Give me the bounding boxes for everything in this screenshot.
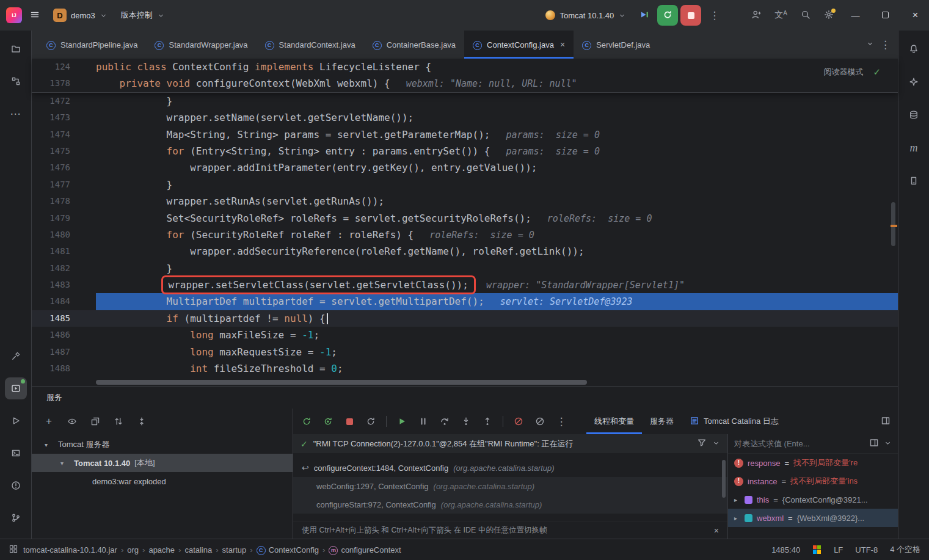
more-icon[interactable]: ⋯	[5, 103, 27, 125]
line-number[interactable]: 1472	[32, 93, 96, 109]
reader-mode-widget[interactable]: 阅读器模式 ✓	[823, 67, 881, 78]
run-icon[interactable]	[5, 410, 27, 432]
services-tool-window-title[interactable]: 服务	[46, 392, 62, 403]
stack-frame[interactable]: ↩configureContext:1484, ContextConfig (o…	[293, 459, 727, 477]
line-number[interactable]: 1479	[32, 210, 96, 227]
resume-program-button[interactable]	[634, 5, 655, 26]
chevron-right-icon[interactable]: ▸	[734, 496, 740, 503]
evaluate-expression-input[interactable]: 对表达式求值 (Ente...	[734, 438, 864, 449]
debug-rerun-icon[interactable]	[322, 415, 334, 427]
stack-frame[interactable]: webConfig:1297, ContextConfig (org.apach…	[293, 477, 727, 495]
run-configuration-selector[interactable]: Tomcat 10.1.40	[540, 5, 632, 26]
tree-item[interactable]: ▾Tomcat 服务器	[32, 435, 293, 454]
horizontal-scrollbar[interactable]	[96, 380, 587, 385]
evaluate-expression-row[interactable]: 对表达式求值 (Ente...	[728, 434, 898, 454]
vertical-scrollbar[interactable]	[891, 202, 895, 246]
thread-chevron-icon[interactable]	[712, 439, 720, 449]
breadcrumb-item[interactable]: apache	[148, 545, 175, 555]
search-everywhere-button[interactable]	[795, 5, 816, 26]
kebab-icon[interactable]: ⋮	[555, 415, 567, 427]
open-new-tab-icon[interactable]	[89, 415, 101, 427]
editor-tab[interactable]: CStandardPipeline.java	[38, 31, 146, 59]
project-selector[interactable]: D demo3	[48, 5, 113, 26]
editor-tab[interactable]: CStandardContext.java	[257, 31, 364, 59]
main-menu-button[interactable]	[24, 5, 45, 26]
dismiss-hint-icon[interactable]: ×	[714, 526, 719, 536]
restart-debug-button[interactable]	[657, 5, 678, 26]
more-run-actions-button[interactable]: ⋮	[704, 5, 725, 26]
layout-settings-button[interactable]	[881, 416, 891, 427]
maximize-button[interactable]	[872, 0, 899, 31]
line-number[interactable]: 1478	[32, 193, 96, 209]
mute-breakpoints-icon[interactable]	[534, 415, 546, 427]
translate-button[interactable]: 文A	[769, 5, 793, 26]
view-breakpoints-icon[interactable]	[512, 415, 525, 427]
folder-icon[interactable]	[5, 38, 27, 60]
stop-button[interactable]	[680, 5, 701, 26]
line-number[interactable]: 1486	[32, 327, 96, 343]
frames-scrollbar[interactable]	[722, 460, 726, 498]
line-number[interactable]: 1473	[32, 109, 96, 126]
indent-widget[interactable]: 4 个空格	[890, 544, 920, 555]
code-editor[interactable]: 阅读器模式 ✓ 124public class ContextConfig im…	[32, 59, 898, 386]
close-tab-icon[interactable]: ×	[560, 40, 565, 49]
vcs-widget[interactable]: 版本控制	[115, 5, 170, 26]
line-number[interactable]: 124	[32, 59, 96, 75]
stack-frame[interactable]: configureStart:972, ContextConfig (org.a…	[293, 495, 727, 514]
editor-tab[interactable]: CStandardWrapper.java	[146, 31, 256, 59]
line-number[interactable]: 1484	[32, 293, 96, 310]
line-number[interactable]: 1487	[32, 344, 96, 360]
sort-icon[interactable]	[112, 415, 125, 427]
evaluate-chevron-icon[interactable]	[884, 439, 892, 449]
line-number[interactable]: 1476	[32, 159, 96, 176]
line-number[interactable]: 1483	[32, 277, 96, 293]
editor-tab[interactable]: CContainerBase.java	[364, 31, 464, 59]
windows-colors-icon[interactable]	[812, 545, 822, 555]
services-icon[interactable]	[5, 377, 27, 399]
tab-options-kebab-icon[interactable]: ⋮	[880, 40, 891, 50]
debug-tab[interactable]: 服务器	[642, 409, 682, 434]
code-area[interactable]: 1472 }1473 wrapper.setName(servlet.getSe…	[32, 93, 898, 386]
variable-row[interactable]: ▸this = {ContextConfig@3921...	[728, 490, 898, 509]
device-icon[interactable]	[903, 170, 925, 192]
editor-tab[interactable]: CContextConfig.java×	[464, 31, 574, 59]
watch-options-icon[interactable]	[869, 438, 879, 449]
structure-icon[interactable]	[5, 70, 27, 92]
database-icon[interactable]	[903, 104, 925, 126]
code-with-me-button[interactable]	[746, 5, 767, 26]
caret-position[interactable]: 1485:40	[771, 545, 800, 555]
close-window-button[interactable]: ×	[902, 0, 929, 31]
variable-row[interactable]: !response = 找不到局部变量're	[728, 454, 898, 472]
line-number[interactable]: 1488	[32, 360, 96, 377]
line-number[interactable]: 1475	[32, 143, 96, 159]
debug-tab[interactable]: Tomcat Catalina 日志	[682, 409, 787, 434]
step-over-icon[interactable]	[439, 415, 451, 427]
update-app-icon[interactable]	[365, 415, 377, 427]
filter-funnel-icon[interactable]	[697, 438, 707, 449]
breadcrumb-item[interactable]: catalina	[184, 545, 212, 555]
line-ending-widget[interactable]: LF	[834, 545, 843, 555]
resume-icon[interactable]	[396, 415, 408, 427]
collapse-all-icon[interactable]	[136, 415, 148, 427]
line-number[interactable]: 1378	[32, 75, 96, 92]
breadcrumb-item[interactable]: org	[127, 545, 139, 555]
line-number[interactable]: 1485	[32, 310, 96, 327]
line-number[interactable]: 1474	[32, 126, 96, 143]
notifications-icon[interactable]	[903, 38, 925, 60]
rerun-icon[interactable]	[301, 415, 313, 427]
build-icon[interactable]	[5, 345, 27, 367]
ai-icon[interactable]	[903, 71, 925, 93]
tool-window-grid-icon[interactable]	[9, 544, 18, 556]
line-number[interactable]: 1477	[32, 176, 96, 193]
breadcrumb-item[interactable]: mconfigureContext	[329, 545, 401, 555]
settings-button[interactable]	[818, 5, 839, 26]
tree-item[interactable]: demo3:war exploded	[32, 472, 293, 490]
chevron-expanded-icon[interactable]: ▾	[59, 460, 65, 467]
preview-icon[interactable]	[66, 415, 78, 427]
breadcrumb-item[interactable]: startup	[222, 545, 247, 555]
breadcrumb-item[interactable]: CContextConfig	[257, 545, 319, 555]
maven-icon[interactable]: m	[903, 137, 925, 159]
minimize-button[interactable]: —	[842, 0, 869, 31]
hidden-tabs-chevron-icon[interactable]	[866, 40, 874, 49]
debug-tab[interactable]: 线程和变量	[586, 409, 642, 434]
